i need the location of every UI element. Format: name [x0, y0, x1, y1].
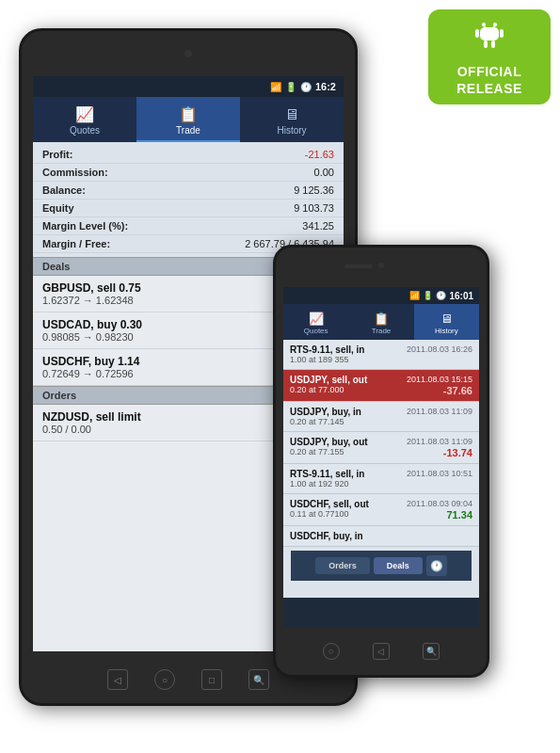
phone-time: 16:01 — [449, 291, 473, 301]
phone-row-bottom: 0.20 at 77.000-37.66 — [290, 385, 472, 396]
phone-row-title: RTS-9.11, sell, in — [290, 344, 364, 355]
phone-device: 📶 🔋 🕐 16:01 📈 Quotes 📋 Trade 🖥 History R… — [273, 245, 489, 678]
nzdusd-title: NZDUSD, sell limit — [42, 410, 141, 424]
svg-rect-4 — [500, 29, 504, 38]
phone-list-item: USDJPY, sell, out2011.08.03 15:150.20 at… — [283, 370, 479, 402]
phone-row-top: RTS-9.11, sell, in2011.08.03 16:26 — [290, 344, 472, 355]
phone-clock-btn[interactable]: 🕐 — [426, 555, 447, 576]
phone-back-btn[interactable]: ◁ — [373, 643, 390, 660]
android-icon — [471, 17, 508, 55]
phone-row-sub: 0.20 at 77.155 — [290, 447, 344, 457]
margin-free-label: Margin / Free: — [42, 238, 110, 249]
phone-row-bottom: 0.11 at 0.7710071.34 — [290, 509, 472, 521]
balance-label: Balance: — [42, 184, 86, 196]
equity-value: 9 103.73 — [294, 202, 334, 214]
phone-list-item: RTS-9.11, sell, in2011.08.03 10:511.00 a… — [283, 464, 479, 494]
phone-list-item: USDCHF, buy, in — [283, 526, 479, 547]
svg-rect-5 — [484, 40, 488, 48]
quotes-icon: 📈 — [75, 105, 94, 123]
nzdusd-info: NZDUSD, sell limit 0.50 / 0.00 — [42, 410, 141, 435]
tablet-tab-bar: 📈 Quotes 📋 Trade 🖥 History — [33, 97, 344, 142]
wifi-icon: 📶 — [270, 82, 281, 92]
phone-deals-btn[interactable]: Deals — [374, 557, 423, 574]
phone-row-value: 71.34 — [446, 509, 472, 521]
phone-camera — [378, 263, 384, 268]
badge-line2: RELEASE — [438, 80, 541, 97]
summary-row-profit: Profit: -21.63 — [33, 146, 344, 164]
phone-tab-history-label: History — [435, 327, 458, 335]
tablet-status-bar: 📶 🔋 🕐 16:2 — [33, 76, 344, 97]
phone-row-date: 2011.08.03 10:51 — [407, 469, 472, 478]
tablet-tab-quotes[interactable]: 📈 Quotes — [33, 97, 136, 142]
tab-quotes-label: Quotes — [70, 125, 100, 136]
phone-status-bar: 📶 🔋 🕐 16:01 — [283, 287, 479, 304]
summary-table: Profit: -21.63 Commission: 0.00 Balance:… — [33, 142, 344, 257]
tab-history-label: History — [277, 125, 306, 136]
phone-list-item: USDCHF, sell, out2011.08.03 09:040.11 at… — [283, 494, 479, 526]
phone-quotes-icon: 📈 — [309, 312, 324, 326]
phone-row-title: USDJPY, buy, in — [290, 407, 361, 417]
margin-level-value: 341.25 — [302, 220, 334, 232]
phone-trade-icon: 📋 — [374, 312, 389, 326]
official-release-badge: OFFICIAL RELEASE — [428, 9, 551, 113]
phone-speaker — [344, 264, 373, 268]
phone-screen: 📶 🔋 🕐 16:01 📈 Quotes 📋 Trade 🖥 History R… — [283, 287, 479, 628]
balance-value: 9 125.36 — [294, 184, 334, 196]
phone-row-date: 2011.08.03 11:09 — [407, 407, 472, 416]
svg-rect-3 — [475, 29, 479, 38]
usdchf-title: USDCHF, buy 1.14 — [42, 355, 139, 368]
commission-label: Commission: — [42, 167, 108, 178]
summary-row-balance: Balance: 9 125.36 — [33, 182, 344, 200]
phone-orders-btn[interactable]: Orders — [315, 557, 370, 574]
phone-row-top: RTS-9.11, sell, in2011.08.03 10:51 — [290, 469, 472, 479]
tablet-menu-btn[interactable]: □ — [201, 669, 222, 690]
tablet-home-btn[interactable]: ○ — [154, 669, 175, 690]
phone-search-btn[interactable]: 🔍 — [423, 643, 440, 660]
phone-tab-quotes-label: Quotes — [304, 327, 328, 335]
phone-row-bottom: 0.20 at 77.145 — [290, 417, 472, 426]
phone-list-item: USDJPY, buy, out2011.08.03 11:090.20 at … — [283, 432, 479, 464]
profit-value: -21.63 — [305, 149, 334, 160]
tab-trade-label: Trade — [176, 125, 200, 136]
tablet-tab-trade[interactable]: 📋 Trade — [136, 97, 240, 142]
phone-tab-trade[interactable]: 📋 Trade — [348, 304, 413, 340]
phone-row-bottom: 1.00 at 192 920 — [290, 479, 472, 489]
phone-row-date: 2011.08.03 16:26 — [407, 344, 472, 354]
phone-row-top: USDCHF, buy, in — [290, 531, 472, 541]
phone-row-date: 2011.08.03 15:15 — [407, 375, 472, 384]
tablet-back-btn[interactable]: ◁ — [107, 669, 128, 690]
phone-history-icon: 🖥 — [440, 312, 453, 326]
usdchf-subtitle: 0.72649 → 0.72596 — [42, 368, 139, 379]
phone-row-value: -37.66 — [443, 385, 472, 396]
phone-home-bar: ○ ◁ 🔍 — [306, 634, 456, 667]
phone-list-item: RTS-9.11, sell, in2011.08.03 16:261.00 a… — [283, 340, 479, 370]
usdchf-info: USDCHF, buy 1.14 0.72649 → 0.72596 — [42, 355, 139, 379]
nzdusd-subtitle: 0.50 / 0.00 — [42, 424, 141, 435]
tablet-home-bar: ◁ ○ □ 🔍 — [94, 665, 282, 694]
trade-icon: 📋 — [179, 105, 198, 123]
badge-line1: OFFICIAL — [438, 63, 541, 80]
phone-bottom-bar: Orders Deals 🕐 — [291, 551, 472, 581]
phone-row-bottom: 0.20 at 77.155-13.74 — [290, 447, 472, 458]
commission-value: 0.00 — [314, 167, 334, 178]
battery-icon: 🔋 — [285, 82, 296, 92]
summary-row-margin-level: Margin Level (%): 341.25 — [33, 217, 344, 235]
svg-rect-2 — [480, 27, 499, 40]
tablet-tab-history[interactable]: 🖥 History — [240, 97, 344, 142]
phone-row-sub: 1.00 at 189 355 — [290, 355, 349, 364]
tablet-search-btn[interactable]: 🔍 — [248, 669, 269, 690]
tablet-camera — [184, 50, 192, 57]
phone-row-title: RTS-9.11, sell, in — [290, 469, 364, 479]
tablet-time: 16:2 — [315, 81, 336, 92]
phone-row-sub: 0.20 at 77.000 — [290, 385, 344, 394]
phone-tab-history[interactable]: 🖥 History — [414, 304, 479, 340]
phone-row-title: USDCHF, sell, out — [290, 499, 369, 509]
phone-list-item: USDJPY, buy, in2011.08.03 11:090.20 at 7… — [283, 402, 479, 432]
phone-row-bottom: 1.00 at 189 355 — [290, 355, 472, 364]
phone-home-btn[interactable]: ○ — [323, 643, 340, 660]
phone-row-sub: 0.20 at 77.145 — [290, 417, 344, 426]
clock-icon: 🕐 — [300, 82, 312, 92]
phone-tab-quotes[interactable]: 📈 Quotes — [283, 304, 348, 340]
phone-tab-bar: 📈 Quotes 📋 Trade 🖥 History — [283, 304, 479, 340]
phone-row-top: USDCHF, sell, out2011.08.03 09:04 — [290, 499, 472, 509]
